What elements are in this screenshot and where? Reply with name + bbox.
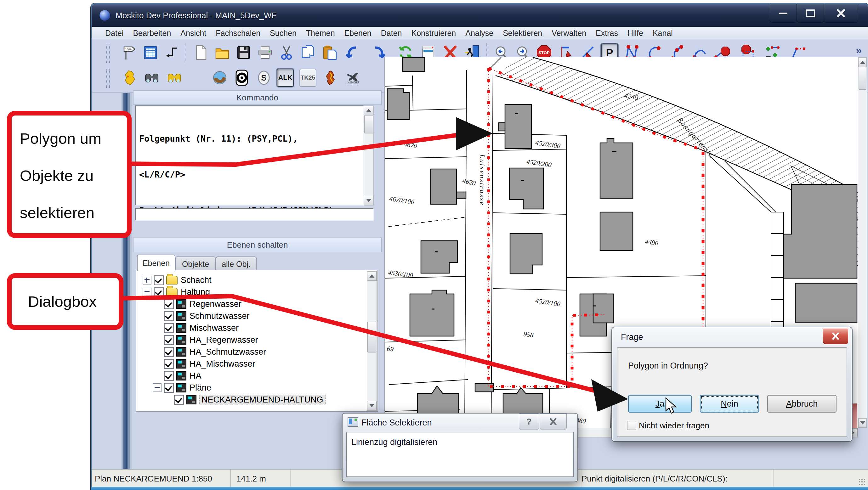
tree-row-ha[interactable]: HA <box>136 370 365 382</box>
frage-dialog[interactable]: Frage Polygon in Ordnung? Ja Nein Abbruc… <box>612 327 852 442</box>
luftbild-aerial-button[interactable]: Luft-bild <box>343 68 362 88</box>
checkbox-checked[interactable] <box>164 371 174 381</box>
menu-selektieren[interactable]: Selektieren <box>498 29 547 38</box>
tab-alle-obj[interactable]: alle Obj. <box>216 257 256 271</box>
layer-tree[interactable]: Schacht Haltung Regenwasser Schmutzwasse… <box>136 270 378 412</box>
checkbox-checked[interactable] <box>174 395 184 405</box>
search-binoculars-button[interactable] <box>143 68 161 88</box>
world-view-button[interactable] <box>211 68 229 88</box>
dialog-title: Fläche Selektieren <box>362 418 432 428</box>
flaeche-selektieren-dialog[interactable]: Fläche Selektieren ? Linienzug digitalis… <box>342 413 578 482</box>
tree-row-neckargemuend-haltung[interactable]: NECKARGEMUEND-HALTUNG <box>136 394 365 406</box>
menu-themen[interactable]: Themen <box>301 29 340 38</box>
expand-icon[interactable] <box>143 276 151 285</box>
scroll-up-arrow[interactable] <box>367 271 376 281</box>
menu-kanal[interactable]: Kanal <box>648 29 678 38</box>
attribute-table-button[interactable] <box>142 42 160 63</box>
menu-suchen[interactable]: Suchen <box>265 29 301 38</box>
checkbox-checked[interactable] <box>164 323 174 333</box>
copy-button[interactable] <box>299 42 317 63</box>
scrollbar-thumb[interactable] <box>859 67 866 90</box>
open-folder-button[interactable] <box>213 42 231 63</box>
toolbar-grip[interactable] <box>106 44 110 63</box>
titlebar[interactable]: Moskito Dev Professional - MAIN_5Dev_WF <box>92 4 868 27</box>
menu-verwalten[interactable]: Verwalten <box>547 29 591 38</box>
menu-bearbeiten[interactable]: Bearbeiten <box>128 29 176 38</box>
scrollbar-thumb[interactable] <box>367 322 376 353</box>
save-button[interactable] <box>235 42 253 63</box>
tab-ebenen[interactable]: Ebenen <box>137 255 175 271</box>
tree-row-ha-regenwasser[interactable]: HA_Regenwasser <box>136 334 365 346</box>
tree-row-schmutzwasser[interactable]: Schmutzwasser <box>136 310 365 322</box>
layers-panel-header[interactable]: Ebenen schalten <box>133 238 381 252</box>
tk25-mode-button[interactable]: TK25 <box>299 68 317 88</box>
scroll-up-arrow[interactable] <box>858 58 867 67</box>
kommando-scrollbar[interactable] <box>364 105 374 205</box>
checkbox-unchecked[interactable] <box>627 421 636 430</box>
menu-konstruieren[interactable]: Konstruieren <box>406 29 461 38</box>
menu-analyse[interactable]: Analyse <box>461 29 498 38</box>
kommando-panel-header[interactable]: Kommando <box>133 90 381 105</box>
map-vertical-scrollbar[interactable] <box>858 57 867 428</box>
checkbox-checked[interactable] <box>164 359 174 369</box>
tree-row-haltung[interactable]: Haltung <box>136 286 365 298</box>
checkbox-checked[interactable] <box>164 383 174 393</box>
symbol-label-tool-button[interactable]: Sym <box>121 42 139 63</box>
menu-hilfe[interactable]: Hilfe <box>623 29 648 38</box>
collapse-icon[interactable] <box>153 383 161 392</box>
toolbar-grip[interactable] <box>106 69 110 88</box>
alk-mode-button[interactable]: ALK <box>276 68 294 88</box>
checkbox-checked[interactable] <box>164 347 174 357</box>
undo-button[interactable] <box>343 42 361 63</box>
menu-ebenen[interactable]: Ebenen <box>340 29 376 38</box>
new-file-button[interactable] <box>192 42 210 63</box>
checkbox-checked[interactable] <box>154 275 164 285</box>
tab-objekte[interactable]: Objekte <box>175 257 216 271</box>
tree-row-schacht[interactable]: Schacht <box>136 274 365 286</box>
nein-button[interactable]: Nein <box>700 395 759 413</box>
tree-row-plaene[interactable]: Pläne <box>136 382 365 394</box>
kommando-input[interactable] <box>135 208 374 221</box>
paste-button[interactable] <box>320 42 338 63</box>
ja-button[interactable]: Ja <box>628 395 692 413</box>
scroll-down-arrow[interactable] <box>367 401 376 411</box>
jog-line-tool-button[interactable] <box>162 42 180 63</box>
app-icon <box>99 10 111 21</box>
search-objects-binoculars-button[interactable] <box>165 68 184 88</box>
region-map-button[interactable] <box>321 68 340 88</box>
abbruch-button[interactable]: Abbruch <box>767 395 837 413</box>
layer-tree-scrollbar[interactable] <box>367 271 377 411</box>
menu-extras[interactable]: Extras <box>591 29 623 38</box>
scroll-down-arrow[interactable] <box>364 196 373 205</box>
target-snap-button[interactable] <box>232 68 251 88</box>
s-mode-button[interactable]: S <box>255 68 273 88</box>
menu-ansicht[interactable]: Ansicht <box>176 29 211 38</box>
help-button[interactable]: ? <box>519 414 539 430</box>
tree-row-mischwasser[interactable]: Mischwasser <box>136 322 365 334</box>
scroll-up-arrow[interactable] <box>364 106 373 115</box>
minimize-button[interactable] <box>770 4 797 23</box>
scrollbar-thumb[interactable] <box>364 115 373 133</box>
menu-datei[interactable]: Datei <box>100 29 128 38</box>
checkbox-checked[interactable] <box>164 299 174 309</box>
collapse-icon[interactable] <box>143 288 151 296</box>
print-button[interactable] <box>256 42 274 63</box>
resize-grip-icon[interactable] <box>859 478 866 486</box>
dialog-close-button[interactable] <box>539 414 567 430</box>
checkbox-checked[interactable] <box>164 335 174 345</box>
close-button[interactable] <box>824 4 858 23</box>
checkbox-checked[interactable] <box>154 287 164 297</box>
germany-map-button[interactable] <box>121 68 139 88</box>
status-prompt: Punkt digitalisieren (P/L/C/R/CON/CLS): <box>582 474 727 484</box>
dialog-close-button[interactable] <box>823 328 848 344</box>
scroll-down-arrow[interactable] <box>858 418 867 428</box>
menu-daten[interactable]: Daten <box>376 29 407 38</box>
cut-button[interactable] <box>277 42 296 63</box>
menu-fachschalen[interactable]: Fachschalen <box>211 29 265 38</box>
kommando-output[interactable]: Folgepunkt (Nr. 11): (PSY,PCL), <L/R/C/P… <box>135 105 364 205</box>
maximize-button[interactable] <box>797 4 824 23</box>
tree-row-ha-mischwasser[interactable]: HA_Mischwasser <box>136 358 365 370</box>
tree-row-ha-schmutzwasser[interactable]: HA_Schmutzwasser <box>136 346 365 358</box>
checkbox-checked[interactable] <box>164 311 174 321</box>
tree-row-regenwasser[interactable]: Regenwasser <box>136 298 365 310</box>
